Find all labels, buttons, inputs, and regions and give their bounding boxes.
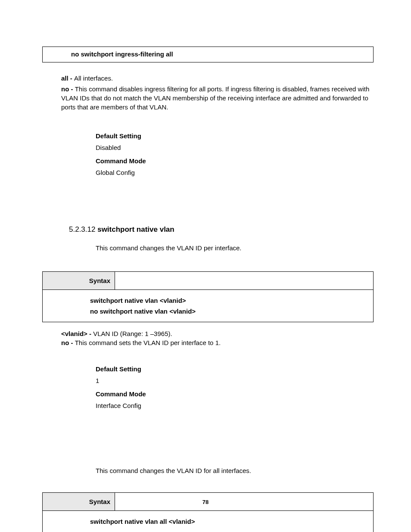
param-no: no - This command disables ingress filte… — [61, 84, 374, 112]
param-all-label: all - — [61, 75, 74, 82]
param-no-desc-2: This command sets the VLAN ID per interf… — [75, 339, 221, 346]
command-box-ingress: no switchport ingress-filtering all — [42, 47, 374, 62]
default-setting-label-2: Default Setting — [96, 364, 374, 373]
section-number: 5.2.3.12 — [69, 225, 97, 233]
syntax-header-row: Syntax — [43, 272, 373, 290]
section-title: switchport native vlan — [97, 225, 174, 233]
syntax-body: switchport native vlan <vlanid> no switc… — [43, 290, 373, 322]
command-mode-label: Command Mode — [96, 156, 374, 165]
section-heading: 5.2.3.12 switchport native vlan — [69, 224, 374, 235]
param-all: all - All interfaces. — [61, 74, 374, 83]
settings-block-2: Default Setting 1 Command Mode Interface… — [96, 364, 374, 410]
param-no-desc: This command disables ingress filtering … — [61, 85, 369, 111]
syntax-line-1: switchport native vlan <vlanid> — [90, 296, 369, 305]
command-mode-value: Global Config — [96, 168, 374, 177]
page-number: 78 — [0, 498, 411, 506]
command-mode-value-2: Interface Config — [96, 401, 374, 410]
param-vlanid-desc: VLAN ID (Range: 1 –3965). — [93, 330, 172, 337]
param-no-label-2: no - — [61, 339, 75, 346]
param-all-desc: All interfaces. — [74, 75, 113, 82]
param-no-label: no - — [61, 85, 75, 93]
param-no-2: no - This command sets the VLAN ID per i… — [61, 338, 374, 347]
syntax-label: Syntax — [43, 272, 115, 290]
syntax-box-1: Syntax switchport native vlan <vlanid> n… — [42, 271, 374, 322]
settings-block-1: Default Setting Disabled Command Mode Gl… — [96, 131, 374, 177]
param-vlanid: <vlanid> - VLAN ID (Range: 1 –3965). — [61, 329, 374, 338]
secondary-desc: This command changes the VLAN ID for all… — [96, 466, 374, 475]
syntax-body-2: switchport native vlan all <vlanid> — [43, 511, 373, 532]
default-setting-label: Default Setting — [96, 131, 374, 140]
default-setting-value-2: 1 — [96, 376, 374, 385]
command-mode-label-2: Command Mode — [96, 389, 374, 398]
command-text: no switchport ingress-filtering all — [71, 50, 173, 58]
param-block-2: <vlanid> - VLAN ID (Range: 1 –3965). no … — [61, 329, 374, 347]
syntax-line-3: switchport native vlan all <vlanid> — [90, 517, 369, 526]
syntax-line-2: no switchport native vlan <vlanid> — [90, 307, 369, 316]
section-desc: This command changes the VLAN ID per int… — [96, 243, 374, 252]
param-vlanid-label: <vlanid> - — [61, 330, 93, 337]
default-setting-value: Disabled — [96, 143, 374, 152]
